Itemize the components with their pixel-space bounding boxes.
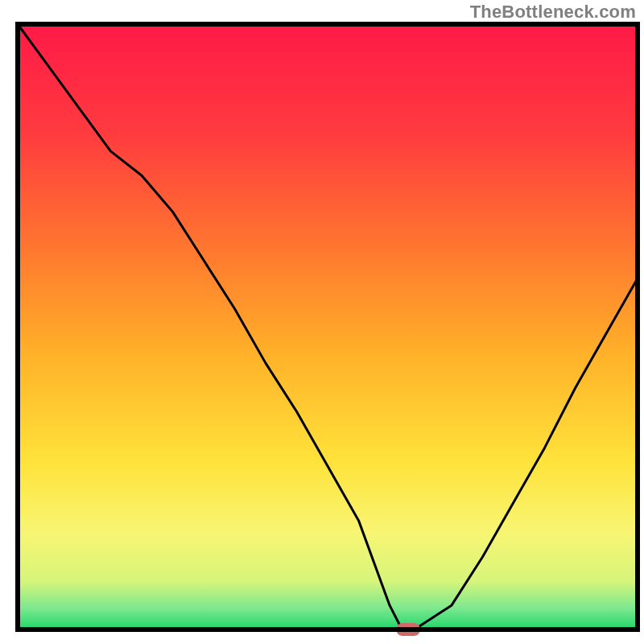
chart-stage: TheBottleneck.com: [0, 0, 644, 644]
bottleneck-chart: [0, 0, 644, 644]
gradient-background: [18, 24, 638, 630]
watermark-label: TheBottleneck.com: [470, 2, 636, 23]
